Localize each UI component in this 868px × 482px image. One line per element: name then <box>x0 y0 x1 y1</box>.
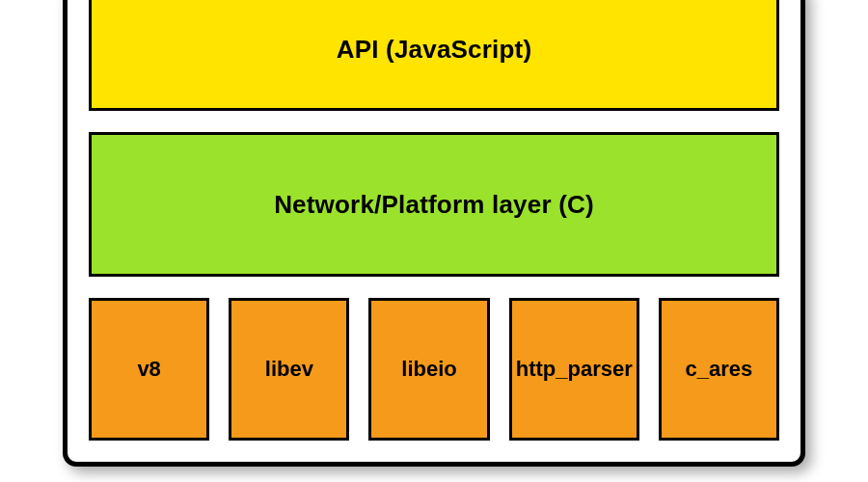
lib-label: libev <box>265 357 313 382</box>
lib-box-v8: v8 <box>89 298 209 441</box>
diagram-stage: API (JavaScript) Network/Platform layer … <box>0 0 868 482</box>
architecture-card: API (JavaScript) Network/Platform layer … <box>63 0 805 467</box>
lib-label: c_ares <box>685 357 752 382</box>
lib-box-c-ares: c_ares <box>659 298 779 441</box>
lib-box-http-parser: http_parser <box>509 298 639 441</box>
api-layer-label: API (JavaScript) <box>337 35 532 65</box>
network-platform-layer-label: Network/Platform layer (C) <box>274 190 594 220</box>
lib-label: libeio <box>401 357 456 382</box>
lib-label: http_parser <box>516 357 633 382</box>
lib-box-libev: libev <box>229 298 349 441</box>
network-platform-layer: Network/Platform layer (C) <box>89 132 779 277</box>
lib-label: v8 <box>137 357 160 382</box>
lib-box-libeio: libeio <box>368 298 489 441</box>
libraries-row: v8 libev libeio http_parser c_ares <box>89 298 779 441</box>
api-layer: API (JavaScript) <box>89 0 779 111</box>
